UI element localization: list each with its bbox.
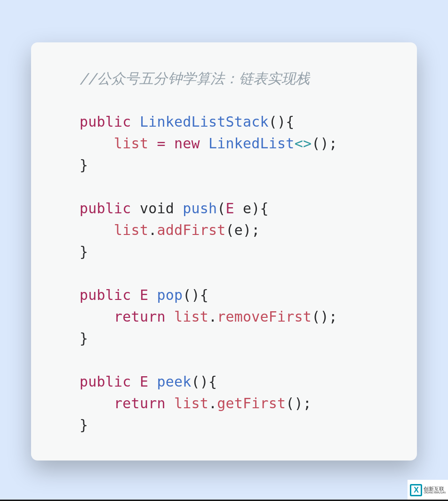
assign-op: =: [157, 135, 165, 152]
obj-list: list: [114, 222, 148, 238]
return-type-e: E: [140, 287, 148, 303]
code-line-pop-body: return list.removeFirst();: [45, 306, 403, 328]
param-name-e: e: [243, 200, 251, 217]
watermark-line2: CHUANG XINHU LIAN: [424, 492, 445, 494]
blank-line: [45, 263, 403, 284]
code-line-comment: //公众号五分钟学算法：链表实现栈: [45, 68, 403, 89]
generic-diamond: <>: [295, 135, 312, 152]
code-card: //公众号五分钟学算法：链表实现栈 public LinkedListStack…: [31, 42, 417, 461]
code-line-push-sig: public void push(E e){: [45, 198, 403, 219]
field-list: list: [114, 135, 148, 152]
watermark: X 创新互联 CHUANG XINHU LIAN: [408, 480, 448, 500]
code-line-close: }: [45, 414, 403, 436]
comment-text: //公众号五分钟学算法：链表实现栈: [80, 70, 310, 87]
constructor-name: LinkedListStack: [140, 113, 269, 130]
keyword-public: public: [80, 200, 131, 217]
keyword-new: new: [174, 135, 200, 152]
code-line-peek-sig: public E peek(){: [45, 371, 403, 393]
code-line-close: }: [45, 241, 403, 263]
call-removefirst: removeFirst: [217, 308, 312, 325]
blank-line: [45, 349, 403, 371]
keyword-public: public: [80, 373, 131, 390]
keyword-public: public: [80, 113, 131, 130]
method-peek: peek: [157, 373, 191, 390]
code-line-close: }: [45, 328, 403, 349]
code-line-push-body: list.addFirst(e);: [45, 219, 403, 241]
watermark-line1: 创新互联: [424, 486, 445, 492]
code-line-pop-sig: public E pop(){: [45, 284, 403, 306]
param-type-e: E: [226, 200, 234, 217]
code-line-peek-body: return list.getFirst();: [45, 393, 403, 414]
obj-list: list: [174, 395, 208, 412]
obj-list: list: [174, 308, 208, 325]
call-addfirst: addFirst: [157, 222, 225, 238]
watermark-logo-icon: X: [410, 484, 422, 496]
blank-line: [45, 176, 403, 198]
classname-linkedlist: LinkedList: [208, 135, 295, 152]
code-line-constructor-sig: public LinkedListStack(){: [45, 111, 403, 133]
code-line-constructor-body: list = new LinkedList<>();: [45, 133, 403, 154]
watermark-text: 创新互联 CHUANG XINHU LIAN: [424, 486, 445, 494]
call-getfirst: getFirst: [217, 395, 286, 412]
blank-line: [45, 89, 403, 111]
keyword-void: void: [140, 200, 174, 217]
code-line-close: }: [45, 154, 403, 176]
return-type-e: E: [140, 373, 148, 390]
keyword-return: return: [114, 395, 166, 412]
keyword-return: return: [114, 308, 166, 325]
keyword-public: public: [80, 287, 131, 303]
method-pop: pop: [157, 287, 183, 303]
method-push: push: [183, 200, 217, 217]
